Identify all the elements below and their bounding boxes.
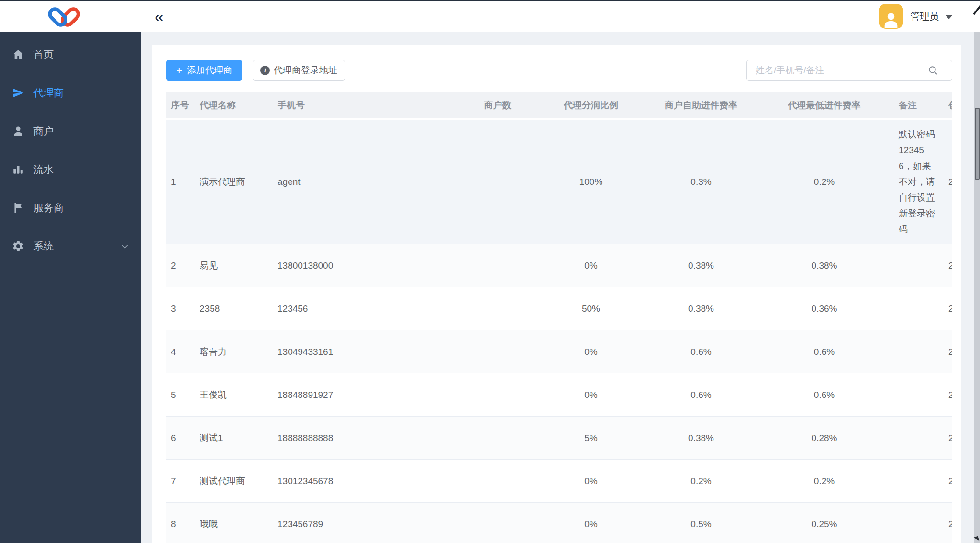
cell-agent_min_rate: 0.25% <box>766 503 883 543</box>
cell-created: 2 <box>938 287 952 330</box>
send-icon <box>12 87 24 99</box>
scrollbar-thumb[interactable] <box>975 108 980 180</box>
sidebar-item-flow[interactable]: 流水 <box>0 150 141 189</box>
cell-agent_min_rate: 0.2% <box>766 460 883 503</box>
add-agent-button-label: 添加代理商 <box>187 64 232 77</box>
cell-phone: 123456 <box>273 287 450 330</box>
cell-name: 演示代理商 <box>195 119 273 244</box>
cell-agent_min_rate: 0.36% <box>766 287 883 330</box>
vertical-scrollbar[interactable] <box>974 32 980 543</box>
agents-table: 序号代理名称手机号商户数代理分润比例商户自助进件费率代理最低进件费率备注创建时间… <box>166 92 952 543</box>
cell-phone: 18888888888 <box>273 417 450 460</box>
sidebar-item-label: 流水 <box>33 163 54 176</box>
cell-index: 8 <box>166 503 195 543</box>
cell-merchant_self_rate: 0.6% <box>636 373 766 417</box>
main-content: + 添加代理商 i 代理商登录地址 <box>141 32 980 543</box>
cell-index: 4 <box>166 330 195 373</box>
logo-rings-icon <box>47 4 81 30</box>
app-root: « 管理员 首页代理商商户流水服务商系统 + 添加代理商 i <box>0 0 980 543</box>
sidebar: 首页代理商商户流水服务商系统 <box>0 32 141 543</box>
agents-table-wrap: 序号代理名称手机号商户数代理分润比例商户自助进件费率代理最低进件费率备注创建时间… <box>166 92 952 543</box>
cell-index: 2 <box>166 244 195 287</box>
cell-name: 王俊凯 <box>195 373 273 417</box>
column-header-agent_min_rate: 代理最低进件费率 <box>766 92 883 119</box>
table-row: 4喀吾力130494331610%0.6%0.6%2 <box>166 330 952 373</box>
brand-logo <box>47 4 81 29</box>
cell-remark <box>883 503 938 543</box>
avatar <box>879 4 903 29</box>
sidebar-item-label: 服务商 <box>33 201 64 215</box>
cell-remark <box>883 330 938 373</box>
sidebar-item-provider[interactable]: 服务商 <box>0 189 141 227</box>
cell-agent_min_rate: 0.2% <box>766 119 883 244</box>
user-menu[interactable]: 管理员 <box>879 1 952 32</box>
table-row: 1演示代理商agent100%0.3%0.2%默认密码123456，如果不对，请… <box>166 119 952 244</box>
flag-icon <box>12 202 24 214</box>
column-header-created: 创建时间 <box>938 92 952 119</box>
column-header-remark: 备注 <box>883 92 938 119</box>
cell-name: 哦哦 <box>195 503 273 543</box>
cell-merchant_self_rate: 0.6% <box>636 330 766 373</box>
cell-profit_ratio: 0% <box>546 460 636 503</box>
cell-profit_ratio: 100% <box>546 119 636 244</box>
cell-merchants <box>450 417 546 460</box>
cell-merchants <box>450 503 546 543</box>
cell-remark <box>883 287 938 330</box>
cell-agent_min_rate: 0.6% <box>766 330 883 373</box>
cell-remark <box>883 244 938 287</box>
gear-icon <box>12 240 24 252</box>
plus-icon: + <box>176 65 182 76</box>
sidebar-item-label: 首页 <box>33 48 54 61</box>
cell-index: 7 <box>166 460 195 503</box>
cell-profit_ratio: 0% <box>546 503 636 543</box>
column-header-merchants: 商户数 <box>450 92 546 119</box>
chevron-down-icon <box>120 241 130 251</box>
cell-profit_ratio: 0% <box>546 373 636 417</box>
column-header-merchant_self_rate: 商户自助进件费率 <box>636 92 766 119</box>
sidebar-item-agent[interactable]: 代理商 <box>0 74 141 112</box>
chart-icon <box>12 163 24 176</box>
cell-index: 1 <box>166 119 195 244</box>
sidebar-item-system[interactable]: 系统 <box>0 227 141 265</box>
cell-merchant_self_rate: 0.38% <box>636 417 766 460</box>
cell-merchants <box>450 373 546 417</box>
table-row: 3235812345650%0.38%0.36%2 <box>166 287 952 330</box>
sidebar-collapse-button[interactable]: « <box>155 4 164 29</box>
cell-agent_min_rate: 0.6% <box>766 373 883 417</box>
cell-name: 测试代理商 <box>195 460 273 503</box>
column-header-index: 序号 <box>166 92 195 119</box>
cell-index: 6 <box>166 417 195 460</box>
cell-merchant_self_rate: 0.2% <box>636 460 766 503</box>
sidebar-item-label: 系统 <box>33 239 54 253</box>
caret-down-icon <box>946 15 952 19</box>
cell-profit_ratio: 50% <box>546 287 636 330</box>
cell-created: 2 <box>938 460 952 503</box>
cell-remark: 默认密码123456，如果不对，请自行设置新登录密码 <box>883 119 938 244</box>
cell-phone: 13800138000 <box>273 244 450 287</box>
search-icon <box>927 65 939 76</box>
sidebar-item-merchant[interactable]: 商户 <box>0 112 141 150</box>
column-header-name: 代理名称 <box>195 92 273 119</box>
search-button[interactable] <box>914 60 952 81</box>
sidebar-item-home[interactable]: 首页 <box>0 35 141 74</box>
cell-phone: 123456789 <box>273 503 450 543</box>
sidebar-item-label: 商户 <box>33 124 54 138</box>
cell-phone: agent <box>273 119 450 244</box>
cell-created: 2 <box>938 417 952 460</box>
search-bar <box>746 60 952 81</box>
cell-merchants <box>450 460 546 503</box>
search-input[interactable] <box>746 60 914 81</box>
cell-merchants <box>450 244 546 287</box>
cell-merchants <box>450 119 546 244</box>
user-name: 管理员 <box>910 10 939 23</box>
cell-index: 5 <box>166 373 195 417</box>
cell-profit_ratio: 5% <box>546 417 636 460</box>
agent-login-address-button[interactable]: i 代理商登录地址 <box>253 60 345 81</box>
cell-name: 2358 <box>195 287 273 330</box>
cell-remark <box>883 417 938 460</box>
cell-name: 测试1 <box>195 417 273 460</box>
add-agent-button[interactable]: + 添加代理商 <box>166 60 242 81</box>
table-row: 7测试代理商130123456780%0.2%0.2%2 <box>166 460 952 503</box>
cell-merchant_self_rate: 0.38% <box>636 287 766 330</box>
cell-name: 易见 <box>195 244 273 287</box>
